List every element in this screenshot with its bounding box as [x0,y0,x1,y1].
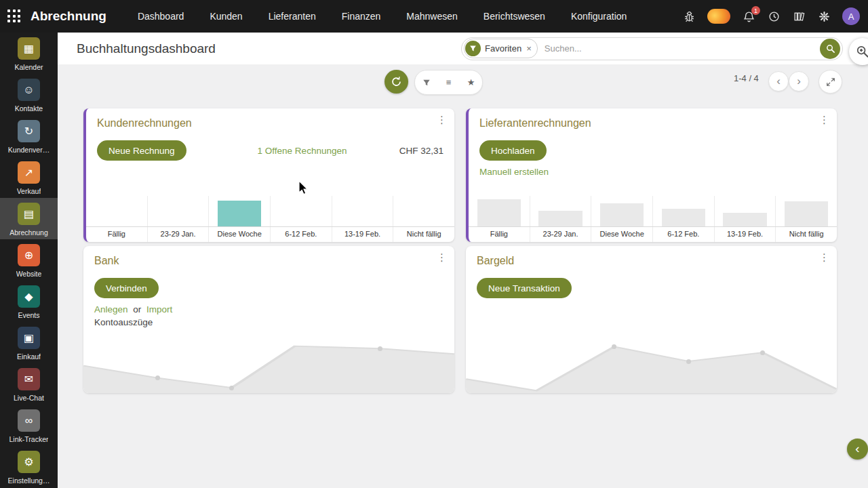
pager-next-button[interactable]: › [789,71,809,92]
connect-bank-button[interactable]: Verbinden [94,278,159,298]
chart-column[interactable] [714,196,776,226]
search-input[interactable]: Suchen... [545,43,820,54]
books-icon[interactable] [792,9,806,23]
chart-category-label: 23-29 Jan. [530,227,591,242]
sidebar-item-abrechnung[interactable]: ▤Abrechnung [0,198,58,239]
filter-chip-favoriten[interactable]: Favoriten × [464,39,538,58]
vendor-bills-chart[interactable]: Fällig23-29 Jan.Diese Woche6-12 Feb.13-1… [469,196,837,242]
kalender-app-icon: ▦ [18,37,40,60]
chart-column[interactable] [86,196,147,226]
pager-prev-button[interactable]: ‹ [768,71,789,92]
chart-column[interactable] [332,196,393,226]
apps-menu-icon[interactable] [7,9,21,23]
new-invoice-button[interactable]: Neue Rechnung [97,140,186,161]
open-invoices-link[interactable]: 1 Offene Rechnungen [258,146,347,156]
collapse-panel-button[interactable]: ‹ [847,439,868,460]
card-menu-icon[interactable]: ⋮ [437,252,447,262]
import-statements-link[interactable]: Import [146,304,172,314]
sidebar-item-label: Kontakte [15,104,43,113]
card-menu-icon[interactable]: ⋮ [437,115,447,125]
chart-bar[interactable] [218,201,262,226]
card-actions: Verbinden [94,278,443,298]
sidebar-item-label: Verkauf [17,187,41,195]
chart-column[interactable] [591,196,652,226]
chart-point[interactable] [229,386,234,390]
card-lieferantenrechnungen: ⋮ Lieferantenrechnungen Hochladen Manuel… [466,108,837,242]
screen: Abrechnung DashboardKundenLieferantenFin… [0,0,868,488]
notifications-bell-icon[interactable]: 1 [742,9,755,23]
chart-point[interactable] [378,346,382,351]
sidebar-item-label: Events [18,311,39,319]
favorites-button[interactable]: ★ [460,70,482,94]
sidebar-item-live-chat[interactable]: ✉Live-Chat [0,363,58,405]
chart-bar[interactable] [662,209,706,226]
chart-column[interactable] [270,196,332,226]
filters-button[interactable] [415,70,437,94]
nav-item-kunden[interactable]: Kunden [210,11,242,22]
app-sidebar: ▦Kalender☺Kontakte↻Kundenver…↗Verkauf▤Ab… [0,33,58,488]
sidebar-item-events[interactable]: ◆Events [0,281,58,322]
chart-column[interactable] [775,196,837,226]
chart-bar[interactable] [600,203,644,226]
sidebar-item-label: Einkauf [17,352,41,361]
chart-bar[interactable] [538,211,583,226]
chart-column[interactable] [530,196,591,226]
sidebar-item-verkauf[interactable]: ↗Verkauf [0,157,58,198]
chart-column[interactable] [652,196,714,226]
search-bar[interactable]: Favoriten × Suchen... [461,37,843,60]
upload-button[interactable]: Hochladen [479,140,547,161]
nav-item-mahnwesen[interactable]: Mahnwesen [406,11,458,22]
activities-clock-icon[interactable] [767,9,781,23]
refresh-button[interactable] [384,70,408,94]
activity-indicator[interactable] [707,9,730,24]
app-title[interactable]: Abrechnung [31,9,106,24]
chart-column[interactable] [147,196,209,226]
sidebar-item-einstellungen[interactable]: ⚙Einstellung… [0,446,58,487]
card-kundenrechnungen: ⋮ Kundenrechnungen Neue Rechnung 1 Offen… [83,108,454,242]
card-menu-icon[interactable]: ⋮ [819,115,829,125]
chart-point[interactable] [760,350,765,355]
group-by-button[interactable]: ≡ [437,70,460,94]
chart-bar[interactable] [785,201,829,226]
invoices-amount: CHF 32,31 [399,146,443,156]
create-statements-link[interactable]: Anlegen [94,304,128,314]
card-bank: ⋮ Bank Verbinden Anlegen or Import Konto… [83,246,454,393]
chart-column[interactable] [393,196,454,226]
cash-balance-chart[interactable] [466,342,837,393]
bank-balance-chart[interactable] [83,342,454,393]
statements-label: Kontoauszüge [94,317,443,327]
chart-point[interactable] [155,375,160,380]
chart-category-label: 6-12 Feb. [270,227,332,242]
card-menu-icon[interactable]: ⋮ [819,252,829,262]
chart-column[interactable] [469,196,530,226]
sidebar-item-einkauf[interactable]: ▣Einkauf [0,322,58,363]
chart-bar[interactable] [477,199,521,226]
sidebar-item-label: Abrechnung [9,228,48,237]
sidebar-item-kundenverwaltung[interactable]: ↻Kundenver… [0,115,58,157]
nav-item-dashboard[interactable]: Dashboard [138,11,184,22]
events-app-icon: ◆ [18,285,40,308]
fullscreen-button[interactable] [818,70,842,94]
new-transaction-button[interactable]: Neue Transaktion [477,278,572,298]
chart-bar[interactable] [723,213,767,226]
card-actions: Hochladen [479,140,826,161]
sidebar-item-website[interactable]: ⊕Website [0,239,58,281]
remove-filter-icon[interactable]: × [526,44,532,53]
nav-item-berichtswesen[interactable]: Berichtswesen [484,11,545,22]
chart-column[interactable] [208,196,270,226]
nav-item-lieferanten[interactable]: Lieferanten [269,11,316,22]
dashboard-cards: ⋮ Kundenrechnungen Neue Rechnung 1 Offen… [83,108,837,393]
nav-item-konfiguration[interactable]: Konfiguration [571,11,627,22]
chart-point[interactable] [686,359,691,364]
create-manually-link[interactable]: Manuell erstellen [479,167,549,177]
settings-flower-icon[interactable] [817,9,831,23]
debug-icon[interactable] [682,9,696,23]
sidebar-item-kalender[interactable]: ▦Kalender [0,33,58,74]
nav-item-finanzen[interactable]: Finanzen [342,11,381,22]
chart-category-label: Diese Woche [208,227,270,242]
sidebar-item-kontakte[interactable]: ☺Kontakte [0,74,58,115]
customer-invoices-chart[interactable]: Fällig23-29 Jan.Diese Woche6-12 Feb.13-1… [86,196,454,242]
search-button[interactable] [820,39,840,59]
user-avatar[interactable]: A [842,7,860,25]
sidebar-item-link-tracker[interactable]: ∞Link-Tracker [0,405,58,446]
